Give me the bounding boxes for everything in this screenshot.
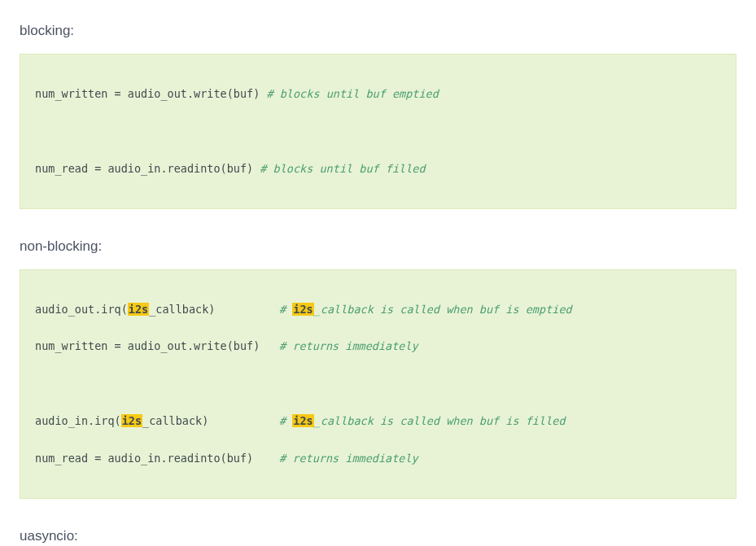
- code-text: num_written = audio_out.write(buf): [35, 337, 279, 356]
- code-comment: # returns immediately: [279, 337, 721, 356]
- code-comment: # i2s_callback is called when buf is fil…: [279, 412, 721, 430]
- code-line: audio_out.irq(i2s_callback)# i2s_callbac…: [35, 300, 721, 319]
- highlight-i2s: i2s: [292, 414, 313, 427]
- code-text: num_written = audio_out.write(buf): [35, 87, 266, 100]
- code-text: audio_in.irq(i2s_callback): [35, 412, 279, 430]
- code-text: audio_out.irq(i2s_callback): [35, 300, 279, 319]
- code-text: num_read = audio_in.readinto(buf): [35, 162, 260, 175]
- code-text: num_read = audio_in.readinto(buf): [35, 449, 279, 468]
- code-comment: # blocks until buf emptied: [266, 87, 438, 100]
- code-line: num_written = audio_out.write(buf)# retu…: [35, 337, 721, 356]
- code-comment: # i2s_callback is called when buf is emp…: [279, 300, 721, 319]
- code-comment: # returns immediately: [279, 449, 721, 468]
- codeblock-nonblocking: audio_out.irq(i2s_callback)# i2s_callbac…: [20, 269, 736, 499]
- blank-line: [35, 122, 721, 141]
- heading-blocking: blocking:: [20, 23, 736, 39]
- highlight-i2s: i2s: [292, 303, 313, 316]
- highlight-i2s: i2s: [121, 414, 142, 427]
- heading-nonblocking: non-blocking:: [20, 238, 736, 255]
- code-comment: # blocks until buf filled: [260, 162, 425, 175]
- blank-line: [35, 374, 721, 393]
- code-line: num_written = audio_out.write(buf) # blo…: [35, 85, 721, 103]
- highlight-i2s: i2s: [128, 303, 149, 316]
- heading-uasyncio: uasyncio:: [20, 528, 736, 544]
- code-line: audio_in.irq(i2s_callback)# i2s_callback…: [35, 412, 721, 430]
- code-line: num_read = audio_in.readinto(buf)# retur…: [35, 449, 721, 468]
- codeblock-blocking: num_written = audio_out.write(buf) # blo…: [20, 54, 736, 209]
- code-line: num_read = audio_in.readinto(buf) # bloc…: [35, 159, 721, 178]
